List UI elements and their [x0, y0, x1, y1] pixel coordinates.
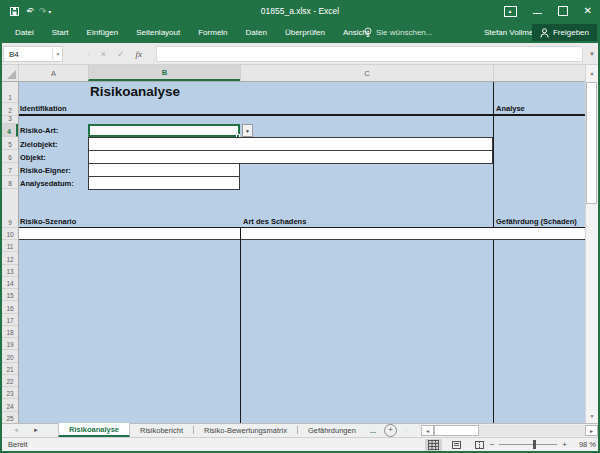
- vertical-scrollbar-thumb[interactable]: [586, 82, 597, 204]
- field-label-zielobjekt: Zielobjekt:: [20, 140, 58, 149]
- row-header-24[interactable]: 24: [2, 399, 18, 411]
- divider-dots-icon: ⁞: [88, 51, 90, 57]
- zoom-in-button[interactable]: +: [562, 440, 567, 449]
- row-header-4[interactable]: 4: [2, 124, 18, 137]
- row-header-13[interactable]: 13: [2, 265, 18, 277]
- view-switcher: [425, 438, 488, 451]
- scroll-up-icon[interactable]: ▲: [586, 66, 598, 79]
- person-icon: [540, 28, 549, 38]
- column-header-c[interactable]: C: [240, 65, 493, 81]
- excel-window: ↶▾ ↷▾ ▾ 01855_a.xlsx - Excel ▴ ✕ Datei S…: [0, 0, 600, 453]
- row-header-12[interactable]: 12: [2, 252, 18, 264]
- tab-start[interactable]: Start: [43, 22, 78, 43]
- row-header-16[interactable]: 16: [2, 301, 18, 313]
- tab-daten[interactable]: Daten: [237, 22, 276, 43]
- row-header-9[interactable]: 9: [2, 189, 18, 228]
- share-label: Freigeben: [553, 28, 589, 37]
- horizontal-scrollbar-thumb[interactable]: [434, 425, 479, 436]
- row-header-14[interactable]: 14: [2, 277, 18, 289]
- tab-seitenlayout[interactable]: Seitenlayout: [127, 22, 189, 43]
- row-header-17[interactable]: 17: [2, 314, 18, 326]
- close-icon[interactable]: ✕: [584, 6, 592, 16]
- risiko-art-cell-selected[interactable]: [88, 124, 240, 137]
- select-all-corner[interactable]: [2, 65, 19, 81]
- share-button[interactable]: Freigeben: [532, 24, 597, 41]
- zoom-slider-thumb[interactable]: [533, 440, 536, 449]
- row-header-23[interactable]: 23: [2, 387, 18, 399]
- row-header-21[interactable]: 21: [2, 363, 18, 375]
- insert-function-icon[interactable]: fx: [135, 49, 142, 59]
- normal-view-icon[interactable]: [425, 439, 442, 451]
- undo-button[interactable]: ↶▾: [26, 7, 32, 16]
- sheet-nav-next-icon[interactable]: ►: [30, 423, 42, 437]
- row-header-3[interactable]: 3: [2, 116, 18, 124]
- customize-quick-access-icon[interactable]: ▾: [48, 8, 51, 15]
- divider-dots-icon: ⁞: [405, 427, 407, 433]
- zoom-out-button[interactable]: −: [490, 440, 495, 449]
- sheet-nav-previous-icon[interactable]: ◄: [10, 423, 22, 437]
- user-name[interactable]: Stefan Vollmer: [484, 22, 536, 43]
- table-header-gefaehrdung: Gefährdung (Schaden): [496, 217, 577, 226]
- zoom-level[interactable]: 98 %: [572, 440, 596, 449]
- redo-button[interactable]: ↷▾: [39, 7, 45, 16]
- zielobjekt-cell[interactable]: [88, 137, 493, 151]
- minimize-icon[interactable]: [533, 13, 542, 14]
- risiko-art-dropdown-icon[interactable]: ▼: [242, 124, 253, 137]
- scroll-left-icon[interactable]: ◄: [421, 425, 434, 436]
- row-header-11[interactable]: 11: [2, 240, 18, 252]
- sheet-tabs: Risikoanalyse Risikobericht Risiko-Bewer…: [58, 423, 407, 437]
- scroll-right-icon[interactable]: ►: [585, 425, 598, 436]
- zoom-slider[interactable]: [499, 444, 557, 445]
- enter-check-icon[interactable]: ✓: [117, 49, 125, 59]
- tab-formeln[interactable]: Formeln: [189, 22, 236, 43]
- ribbon-display-options-icon[interactable]: ▴: [504, 6, 517, 17]
- sheet-tab-risiko-bewertungsmatrix[interactable]: Risiko-Bewertungsmatrix: [194, 423, 297, 437]
- sheet-tab-gefaehrdungen[interactable]: Gefährdungen: [298, 423, 366, 437]
- row-header-8[interactable]: 8: [2, 176, 18, 189]
- column-header-d[interactable]: [493, 65, 585, 81]
- row-header-7[interactable]: 7: [2, 163, 18, 176]
- row-header-18[interactable]: 18: [2, 326, 18, 338]
- row-header-6[interactable]: 6: [2, 150, 18, 163]
- row-header-1[interactable]: 1: [2, 82, 18, 103]
- sheet-tab-risikobericht[interactable]: Risikobericht: [130, 423, 193, 437]
- tell-me-search[interactable]: Sie wünschen...: [364, 22, 432, 43]
- section-underline: [19, 114, 585, 116]
- row-header-22[interactable]: 22: [2, 375, 18, 387]
- row-header-5[interactable]: 5: [2, 137, 18, 150]
- scroll-down-icon[interactable]: ▼: [586, 409, 598, 422]
- formula-input[interactable]: [156, 46, 583, 62]
- row-header-19[interactable]: 19: [2, 338, 18, 350]
- section-identifikation: Identifikation: [20, 104, 67, 113]
- zoom-controls: − + 98 %: [490, 438, 596, 451]
- sheet-tabs-overflow[interactable]: ...: [366, 423, 380, 437]
- tab-ueberpruefen[interactable]: Überprüfen: [276, 22, 334, 43]
- row-header-15[interactable]: 15: [2, 289, 18, 301]
- column-header-b[interactable]: B: [88, 65, 240, 81]
- worksheet-title: Risikoanalyse: [90, 84, 180, 99]
- risiko-eigner-cell[interactable]: [88, 163, 240, 177]
- window-border-left: [0, 22, 2, 453]
- ribbon-tabs: Datei Start Einfügen Seitenlayout Formel…: [6, 22, 378, 43]
- name-box-dropdown-icon[interactable]: ▼: [52, 46, 63, 62]
- formula-bar-expand-icon[interactable]: ▼: [586, 46, 598, 62]
- cancel-icon[interactable]: ×: [101, 49, 106, 59]
- row-header-20[interactable]: 20: [2, 350, 18, 362]
- field-label-risiko-eigner: Risiko-Eigner:: [20, 166, 71, 175]
- save-icon[interactable]: [10, 7, 19, 16]
- tab-einfuegen[interactable]: Einfügen: [78, 22, 128, 43]
- sheet-tab-risikoanalyse[interactable]: Risikoanalyse: [58, 423, 130, 437]
- column-header-a[interactable]: A: [19, 65, 88, 81]
- status-text: Bereit: [8, 437, 28, 451]
- page-layout-view-icon[interactable]: [448, 439, 465, 451]
- page-break-preview-icon[interactable]: [471, 439, 488, 451]
- chevron-down-icon: ▾: [30, 8, 33, 14]
- tab-datei[interactable]: Datei: [6, 22, 43, 43]
- maximize-icon[interactable]: [558, 6, 568, 16]
- table-entry-row[interactable]: [19, 228, 585, 240]
- column-b-c-divider-line: [240, 228, 241, 423]
- new-sheet-button[interactable]: +: [384, 424, 397, 437]
- row-header-10[interactable]: 10: [2, 228, 18, 240]
- analysedatum-cell[interactable]: [88, 176, 240, 190]
- objekt-cell[interactable]: [88, 150, 493, 164]
